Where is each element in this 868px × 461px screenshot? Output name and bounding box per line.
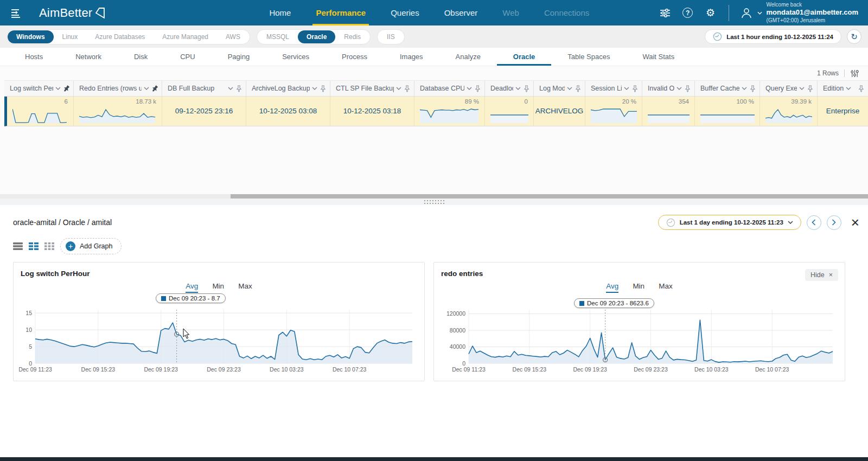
pin-icon[interactable] — [858, 85, 865, 92]
pin-icon[interactable] — [61, 84, 71, 93]
add-graph-button[interactable]: + Add Graph — [60, 238, 122, 254]
tab-paging[interactable]: Paging — [212, 48, 266, 66]
nav-item-observer[interactable]: Observer — [444, 0, 478, 25]
splitter-drag-handle-icon[interactable] — [424, 200, 444, 204]
column-header-deadlocks[interactable]: Deadlocks — [485, 81, 534, 96]
chevron-down-icon[interactable] — [567, 87, 572, 90]
view-list-icon[interactable] — [13, 242, 23, 251]
column-header-database-cpu-time[interactable]: Database CPU Ti... — [414, 81, 485, 96]
settings-gear-icon[interactable]: ⚙ — [704, 6, 718, 20]
platform-tab-aws[interactable]: AWS — [217, 30, 249, 43]
metric-tab-min[interactable]: Min — [633, 282, 644, 293]
view-grid-two-icon[interactable] — [29, 242, 39, 251]
column-header-db-full-backup[interactable]: DB Full Backup — [162, 81, 246, 96]
metric-tab-min[interactable]: Min — [212, 282, 224, 293]
pin-icon[interactable] — [320, 85, 327, 92]
column-header-buffer-cache-hit[interactable]: Buffer Cache Hit — [695, 81, 760, 96]
nav-item-queries[interactable]: Queries — [391, 0, 419, 25]
chevron-down-icon[interactable] — [676, 87, 682, 90]
close-panel-icon[interactable]: × — [851, 215, 859, 229]
scrollbar-thumb[interactable] — [231, 194, 868, 199]
menu-collapse-icon[interactable] — [8, 5, 24, 21]
metric-tab-avg[interactable]: Avg — [606, 282, 618, 293]
chevron-down-icon[interactable] — [55, 87, 61, 90]
platform-tab-mssql[interactable]: MSSQL — [258, 30, 298, 43]
tab-network[interactable]: Network — [59, 48, 118, 66]
time-prev-button[interactable] — [807, 215, 821, 230]
metric-tab-max[interactable]: Max — [659, 282, 673, 293]
pin-icon[interactable] — [631, 85, 639, 92]
platform-tab-azure-databases[interactable]: Azure Databases — [86, 30, 154, 43]
pin-icon[interactable] — [474, 85, 481, 92]
sparkline — [700, 107, 755, 123]
metric-tab-avg[interactable]: Avg — [186, 282, 198, 293]
column-header-redo-entries[interactable]: Redo Entries (rows upd... — [74, 81, 162, 96]
metric-tab-max[interactable]: Max — [238, 282, 252, 293]
chevron-down-icon[interactable] — [799, 87, 805, 90]
performance-subtabs: Hosts Network Disk CPU Paging Services P… — [0, 48, 868, 66]
tab-disk[interactable]: Disk — [118, 48, 164, 66]
panel-time-range-selector[interactable]: Last 1 day ending 10-12-2025 11:23 — [658, 215, 801, 230]
chevron-down-icon[interactable] — [624, 87, 629, 90]
platform-tab-redis[interactable]: Redis — [335, 30, 369, 43]
column-header-log-switch-perhour[interactable]: Log switch PerHour — [4, 81, 74, 96]
nav-item-performance[interactable]: Performance — [316, 0, 366, 25]
platform-tab-oracle[interactable]: Oracle — [298, 30, 335, 43]
tab-oracle[interactable]: Oracle — [497, 48, 551, 66]
view-grid-three-icon[interactable] — [44, 242, 54, 251]
column-header-archivelog-backup[interactable]: ArchiveLog Backup — [246, 81, 330, 96]
tab-table-spaces[interactable]: Table Spaces — [551, 48, 626, 66]
platform-tab-iis[interactable]: IIS — [378, 30, 404, 43]
help-icon[interactable]: ? — [681, 6, 695, 20]
panel-splitter[interactable] — [0, 199, 868, 205]
tab-images[interactable]: Images — [384, 48, 439, 66]
platform-tab-azure-managed[interactable]: Azure Managed — [154, 30, 217, 43]
hide-chart-button[interactable]: Hide × — [805, 269, 838, 281]
chevron-down-icon[interactable] — [515, 87, 521, 90]
tab-hosts[interactable]: Hosts — [9, 48, 59, 66]
chevron-down-icon[interactable] — [846, 87, 851, 90]
chevron-down-icon[interactable] — [312, 87, 317, 90]
nav-item-web[interactable]: Web — [502, 0, 519, 25]
column-header-query-executions[interactable]: Query Execu... — [760, 81, 818, 96]
pin-icon[interactable] — [575, 85, 582, 92]
pin-icon[interactable] — [404, 85, 411, 92]
column-header-ctl-sp-file-backup[interactable]: CTL SP File Backup — [330, 81, 414, 96]
user-menu[interactable]: Welcome back mondata01@aimbetter.com (GM… — [740, 2, 858, 24]
chevron-down-icon[interactable] — [742, 87, 747, 90]
table-row[interactable]: 6 18.73 k 09-12-2025 23:16 10-12-2025 03… — [4, 97, 868, 126]
time-range-selector[interactable]: Last 1 hour ending 10-12-2025 11:24 — [705, 29, 841, 44]
nav-item-connections[interactable]: Connections — [544, 0, 589, 25]
pin-icon[interactable] — [523, 85, 530, 92]
chevron-down-icon[interactable] — [228, 87, 233, 90]
tab-services[interactable]: Services — [266, 48, 326, 66]
column-header-log-mode[interactable]: Log Mode — [534, 81, 585, 96]
tab-process[interactable]: Process — [326, 48, 384, 66]
pin-icon[interactable] — [807, 85, 814, 92]
chevron-down-icon[interactable] — [144, 87, 149, 90]
tab-wait-stats[interactable]: Wait Stats — [626, 48, 691, 66]
column-header-edition[interactable]: Edition — [818, 81, 868, 96]
area-chart[interactable]: 051015Dec 09 11:23Dec 09 15:23Dec 09 19:… — [19, 307, 418, 375]
column-header-invalid-objects[interactable]: Invalid Obje... — [642, 81, 695, 96]
pin-icon[interactable] — [684, 85, 691, 92]
pin-icon[interactable] — [235, 85, 242, 92]
app-logo[interactable]: AimBetter — [39, 6, 106, 20]
nav-item-home[interactable]: Home — [269, 0, 291, 25]
chevron-down-icon[interactable] — [396, 87, 401, 90]
refresh-button[interactable]: ↻ — [847, 29, 861, 44]
chevron-down-icon[interactable] — [467, 87, 472, 90]
column-settings-icon[interactable] — [850, 69, 859, 78]
area-chart[interactable]: 04000080000120000Dec 09 11:23Dec 09 15:2… — [439, 307, 838, 375]
tab-analyze[interactable]: Analyze — [439, 48, 497, 66]
column-header-session-limit[interactable]: Session Limit — [585, 81, 642, 96]
platform-tab-windows[interactable]: Windows — [8, 30, 54, 43]
time-next-button[interactable] — [827, 215, 841, 230]
tab-cpu[interactable]: CPU — [164, 48, 211, 66]
platform-tab-linux[interactable]: Linux — [54, 30, 87, 43]
pin-icon[interactable] — [749, 85, 756, 92]
horizontal-scrollbar[interactable] — [0, 194, 868, 199]
svg-text:10: 10 — [25, 326, 32, 333]
pin-icon[interactable] — [150, 84, 159, 93]
filters-icon[interactable] — [658, 6, 672, 20]
